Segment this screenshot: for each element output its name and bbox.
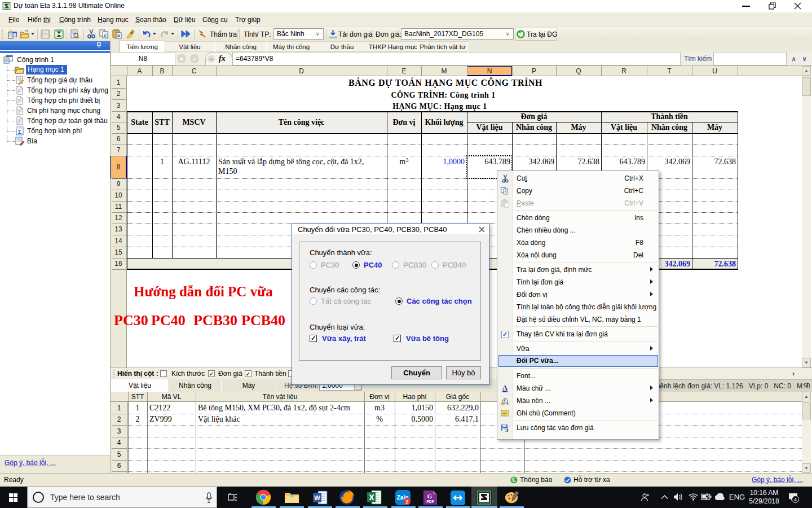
svg-text:PDF: PDF: [427, 500, 434, 503]
svg-text:2: 2: [405, 498, 408, 505]
svg-text:W: W: [314, 494, 320, 501]
svg-text:Σ: Σ: [18, 129, 22, 135]
svg-text:G: G: [427, 493, 433, 500]
